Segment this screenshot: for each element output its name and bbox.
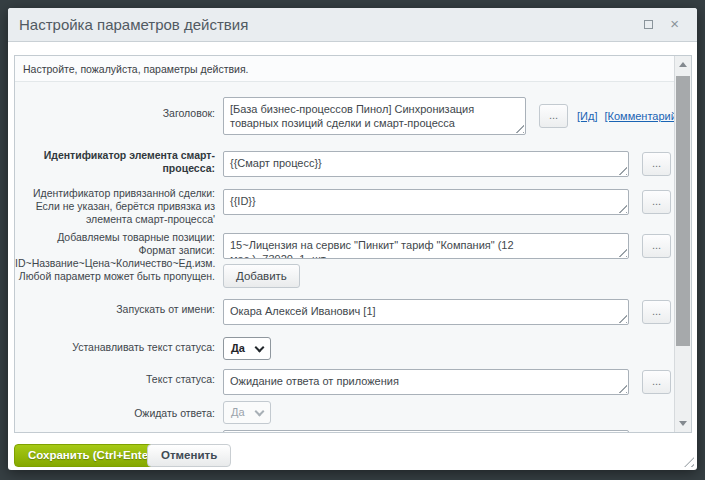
title-links: [Ид] [Комментарий] (577, 110, 684, 122)
run-as-label: Запускать от имени: (15, 303, 215, 316)
form-panel: Настройте, пожалуйста, параметры действи… (14, 55, 692, 433)
select-value: Да (231, 342, 245, 354)
chevron-down-icon (255, 343, 265, 353)
run-as-more-button[interactable]: ... (642, 300, 671, 324)
smart-process-id-label: Идентификатор элемента смарт- процесса: (15, 149, 215, 175)
dialog-header: Настройка параметров действия × (8, 8, 697, 42)
smart-process-id-field[interactable]: {{Смарт процесс}} (223, 151, 629, 177)
smart-process-id-more-button[interactable]: ... (642, 152, 671, 176)
product-rows-label: Добавляемы товарные позиции: Формат запи… (15, 231, 215, 283)
scroll-down-icon[interactable] (675, 415, 691, 432)
product-rows-more-button[interactable]: ... (642, 234, 671, 258)
dialog-resize-grip[interactable] (684, 457, 694, 467)
vertical-scrollbar[interactable] (674, 56, 691, 432)
deal-id-field[interactable]: {{ID}} (223, 189, 629, 215)
deal-id-label: Идентификатор привязанной сделки: Если н… (15, 187, 215, 226)
subtitle-bar: Настройте, пожалуйста, параметры действи… (15, 56, 691, 82)
maximize-icon[interactable] (644, 20, 653, 29)
close-icon[interactable]: × (670, 14, 679, 34)
dialog-subtitle: Настройте, пожалуйста, параметры действи… (23, 63, 248, 75)
status-text-field[interactable]: Ожидание ответа от приложения (223, 369, 629, 395)
action-settings-dialog: Настройка параметров действия × Настройт… (8, 8, 697, 470)
clipped-next-field (223, 430, 629, 433)
wait-response-select: Да (223, 401, 271, 424)
status-text-more-button[interactable]: ... (642, 370, 671, 394)
title-field[interactable]: [База бизнес-процессов Пинол] Синхрониза… (223, 97, 526, 135)
scroll-up-icon[interactable] (675, 56, 691, 73)
chevron-down-icon (255, 407, 265, 417)
select-value: Да (231, 406, 245, 418)
set-status-text-select[interactable]: Да (223, 337, 271, 360)
comment-link[interactable]: [Комментарий] (605, 110, 680, 122)
id-link[interactable]: [Ид] (577, 110, 597, 122)
title-more-button[interactable]: ... (539, 104, 568, 128)
run-as-field[interactable]: Окара Алексей Иванович [1] (223, 299, 629, 325)
title-field-label: Заголовок: (15, 107, 215, 120)
status-text-label: Текст статуса: (15, 373, 215, 386)
cancel-button[interactable]: Отменить (147, 444, 231, 467)
deal-id-more-button[interactable]: ... (642, 190, 671, 214)
product-rows-field[interactable]: 15~Лицензия на сервис "Пинкит" тариф "Ко… (223, 233, 629, 259)
add-button[interactable]: Добавить (223, 264, 300, 288)
scrollbar-thumb[interactable] (676, 76, 690, 346)
wait-response-label: Ожидать ответа: (15, 407, 215, 420)
dialog-title: Настройка параметров действия (19, 16, 248, 33)
set-status-text-label: Устанавливать текст статуса: (15, 341, 215, 354)
